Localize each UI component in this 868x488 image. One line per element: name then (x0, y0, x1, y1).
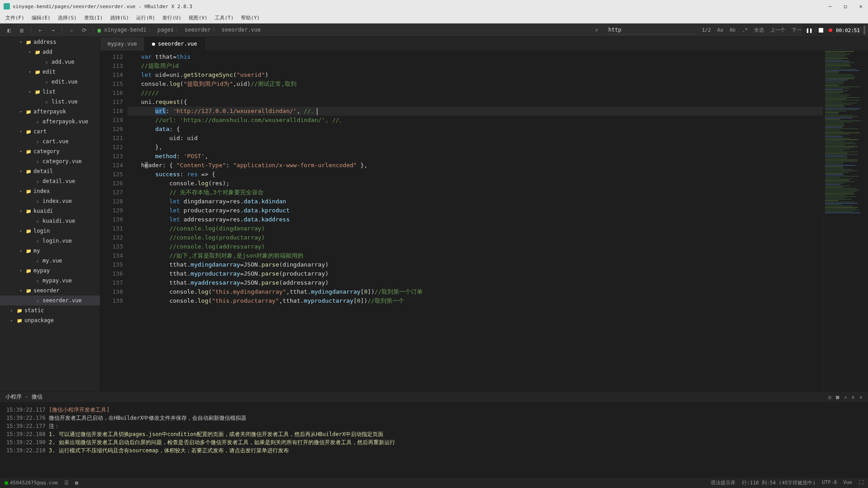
terminal-close-icon[interactable]: ✕ (859, 394, 863, 400)
menu-item[interactable]: 运行(R) (132, 14, 159, 21)
folder-item[interactable]: ▾📁kuaidi (0, 206, 100, 216)
star-icon[interactable]: ☆ (66, 25, 77, 36)
status-encoding[interactable]: UTF-8 (822, 479, 837, 486)
editor-tab[interactable]: ●seeorder.vue (145, 37, 205, 51)
editor-tab[interactable]: mypay.vue (100, 37, 145, 51)
refresh-icon[interactable]: ⟳ (79, 25, 90, 36)
minimap[interactable] (823, 51, 868, 391)
menu-item[interactable]: 文件(F) (2, 14, 28, 21)
code-line[interactable]: success: res => { (127, 170, 823, 179)
menu-item[interactable]: 工具(T) (211, 14, 237, 21)
file-explorer[interactable]: ▾📁address▾📁add▫add.vue▾📁edit▫edit.vue▾📁l… (0, 37, 100, 391)
code-line[interactable]: //console.log(addressarray) (127, 242, 823, 251)
folder-item[interactable]: ▾📁cart (0, 127, 100, 136)
code-line[interactable]: console.log("this.mydingdanarray",tthat.… (127, 287, 823, 296)
code-line[interactable]: uni.request({ (127, 98, 823, 107)
folder-item[interactable]: ▸📁static (0, 305, 100, 315)
forward-icon[interactable]: → (47, 25, 58, 36)
menu-item[interactable]: 帮助(Y) (237, 14, 264, 21)
code-line[interactable]: let dingdanarray=res.data.kdindan (127, 197, 823, 206)
code-line[interactable]: method: 'POST', (127, 152, 823, 161)
folder-item[interactable]: ▾📁list (0, 87, 100, 97)
folder-item[interactable]: ▾📁afterpayok (0, 107, 100, 117)
code-line[interactable]: header: { "Content-Type": "application/x… (127, 161, 823, 170)
search-word[interactable]: Ab (728, 27, 737, 33)
status-user[interactable]: 450452675@qq.com (5, 480, 58, 486)
code-line[interactable]: url: 'http://127.0.0.1/wxuseralldindan/'… (127, 107, 823, 116)
menu-item[interactable]: 跳转(G) (107, 14, 133, 21)
folder-item[interactable]: ▾📁category (0, 146, 100, 156)
file-item[interactable]: ▫seeorder.vue (0, 296, 100, 305)
file-item[interactable]: ▫login.vue (0, 236, 100, 246)
file-item[interactable]: ▫afterpayok.vue (0, 117, 100, 127)
code-line[interactable]: tthat.myproductarray=JSON.parse(producta… (127, 269, 823, 278)
save-icon[interactable]: ▤ (16, 25, 27, 36)
folder-item[interactable]: ▸📁unpackage (0, 315, 100, 325)
terminal-target-icon[interactable]: ◎ (828, 394, 831, 400)
menu-item[interactable]: 视图(V) (185, 14, 211, 21)
pause-recording-icon[interactable]: ❚❚ (805, 26, 813, 34)
breadcrumb-segment[interactable]: xinyage-bendi (104, 27, 146, 33)
file-item[interactable]: ▫index.vue (0, 196, 100, 206)
folder-item[interactable]: ▾📁seeorder (0, 286, 100, 296)
code-content[interactable]: var tthat=this//提取用户idlet uid=uni.getSto… (127, 51, 823, 391)
breadcrumb-segment[interactable]: seeorder.vue (222, 27, 261, 33)
search-input[interactable] (607, 26, 697, 34)
menu-item[interactable]: 选择(S) (54, 14, 80, 21)
code-line[interactable]: ///// (127, 89, 823, 98)
terminal[interactable]: 15:39:22.117 [微信小程序开发者工具]15:39:22.176 微信… (0, 402, 868, 477)
folder-item[interactable]: ▾📁index (0, 186, 100, 196)
code-line[interactable]: //url: 'https://duanshuilu.com/wxuserall… (127, 116, 823, 125)
code-line[interactable]: data: { (127, 125, 823, 134)
status-language[interactable]: Vue (843, 479, 852, 486)
code-line[interactable]: tthat.myaddressarray=JSON.parse(addressa… (127, 278, 823, 287)
menu-item[interactable]: 编辑(E) (28, 14, 54, 21)
menu-item[interactable]: 发行(U) (159, 14, 185, 21)
terminal-popout-icon[interactable]: ↗ (844, 394, 847, 400)
file-item[interactable]: ▫mypay.vue (0, 276, 100, 286)
code-line[interactable]: }, (127, 143, 823, 152)
search-all[interactable]: 全选 (753, 27, 765, 33)
menu-item[interactable]: 查找(I) (80, 14, 107, 21)
file-item[interactable]: ▫category.vue (0, 156, 100, 166)
code-line[interactable]: let productarray=res.data.kproduct (127, 206, 823, 215)
stop-recording-icon[interactable] (817, 26, 825, 34)
file-item[interactable]: ▫add.vue (0, 57, 100, 67)
folder-item[interactable]: ▾📁address (0, 37, 100, 47)
folder-item[interactable]: ▾📁login (0, 226, 100, 236)
code-line[interactable]: //提取用户id (127, 61, 823, 70)
close-button[interactable]: ✕ (857, 3, 864, 9)
code-line[interactable]: //console.log(productarray) (127, 233, 823, 242)
code-line[interactable]: console.log(res); (127, 179, 823, 188)
breadcrumb-segment[interactable]: seeorder (184, 27, 211, 33)
folder-item[interactable]: ▾📁detail (0, 166, 100, 176)
code-line[interactable]: uid: uid (127, 134, 823, 143)
breadcrumb[interactable]: xinyage-bendi〉pages〉seeorder〉seeorder.vu… (102, 26, 261, 34)
open-file-icon[interactable]: ◧ (4, 25, 14, 36)
file-item[interactable]: ▫edit.vue (0, 77, 100, 87)
folder-item[interactable]: ▾📁add (0, 47, 100, 57)
code-line[interactable]: console.log("提取到用户id为",uid)//测试正常,取到 (127, 80, 823, 89)
terminal-collapse-icon[interactable]: ∧ (852, 394, 855, 400)
code-editor[interactable]: 1121131141151161171181191201211221231241… (100, 51, 868, 391)
back-icon[interactable]: ← (35, 25, 46, 36)
file-item[interactable]: ▫list.vue (0, 97, 100, 107)
terminal-stop-icon[interactable]: ■ (836, 394, 839, 400)
status-indent-icon[interactable]: ☰ (64, 480, 69, 486)
code-line[interactable]: var tthat=this (127, 52, 823, 61)
status-position[interactable]: 行:118 列:54 (45字符被选中) (742, 479, 816, 486)
maximize-button[interactable]: ◻ (842, 3, 849, 9)
status-syntax[interactable]: 语法提示库 (711, 479, 736, 486)
file-item[interactable]: ▫cart.vue (0, 136, 100, 146)
code-line[interactable]: let addressarray=res.data.kaddress (127, 215, 823, 224)
code-line[interactable]: let uid=uni.getStorageSync("userid") (127, 70, 823, 80)
folder-item[interactable]: ▾📁edit (0, 67, 100, 77)
search-case[interactable]: Aa (716, 27, 724, 33)
minimize-button[interactable]: — (826, 3, 834, 9)
code-line[interactable]: tthat.mydingdanarray=JSON.parse(dingdana… (127, 260, 823, 269)
code-line[interactable]: console.log("this.productarray",tthat.my… (127, 296, 823, 305)
file-item[interactable]: ▫detail.vue (0, 176, 100, 186)
code-line[interactable]: //console.log(dingdanarray) (127, 224, 823, 233)
file-item[interactable]: ▫my.vue (0, 256, 100, 266)
search-regex[interactable]: .* (741, 27, 749, 33)
